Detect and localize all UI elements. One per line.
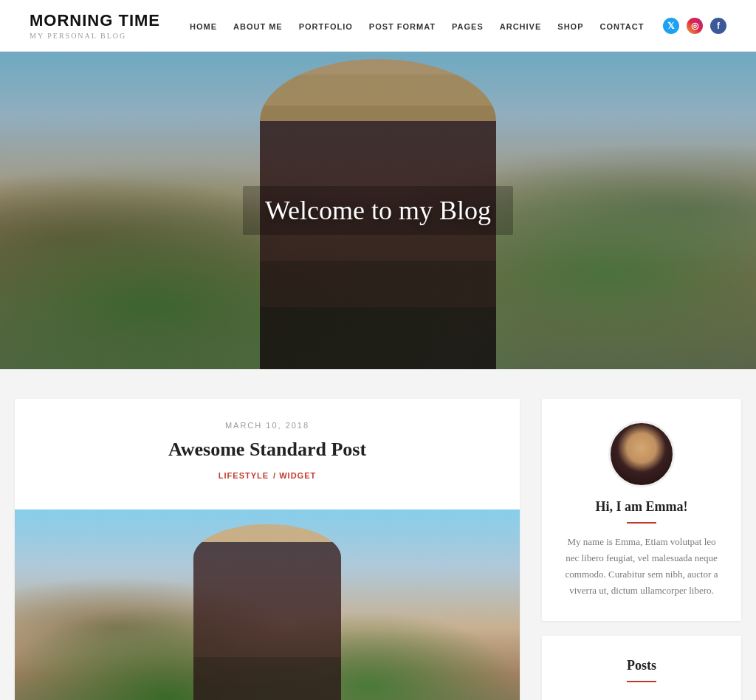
post-title[interactable]: Awesome Standard Post: [44, 439, 490, 461]
post-date: MARCH 10, 2018: [44, 421, 490, 430]
brand: MORNING TIME MY PERSONAL BLOG: [30, 11, 160, 40]
post-tags: LIFESTYLE/ WIDGET: [44, 471, 490, 480]
nav-links: HOMEABOUT MEPORTFOLIOPOST FORMATPAGESARC…: [190, 19, 644, 32]
hero-title: Welcome to my Blog: [243, 186, 513, 235]
nav-link-about-me[interactable]: ABOUT ME: [233, 22, 283, 31]
twitter-icon[interactable]: 𝕏: [663, 18, 679, 34]
main-nav: HOMEABOUT MEPORTFOLIOPOST FORMATPAGESARC…: [190, 19, 663, 32]
post-image[interactable]: [15, 509, 520, 700]
posts-widget: Posts: [542, 636, 741, 700]
nav-link-shop[interactable]: SHOP: [557, 22, 583, 31]
content-main: MARCH 10, 2018 Awesome Standard Post LIF…: [15, 399, 520, 700]
about-underline: [627, 522, 656, 524]
facebook-icon[interactable]: f: [710, 18, 726, 34]
post-tag[interactable]: / WIDGET: [273, 471, 316, 480]
nav-link-portfolio[interactable]: PORTFOLIO: [299, 22, 353, 31]
nav-link-pages[interactable]: PAGES: [452, 22, 484, 31]
sidebar: Hi, I am Emma! My name is Emma, Etiam vo…: [542, 399, 741, 700]
nav-link-home[interactable]: HOME: [190, 22, 217, 31]
about-widget: Hi, I am Emma! My name is Emma, Etiam vo…: [542, 399, 741, 621]
site-header: MORNING TIME MY PERSONAL BLOG HOMEABOUT …: [0, 0, 756, 52]
instagram-icon[interactable]: ◎: [687, 18, 703, 34]
hero-text: Welcome to my Blog: [243, 186, 513, 235]
social-icons: 𝕏◎f: [663, 18, 726, 34]
hero-section: Welcome to my Blog: [0, 52, 756, 369]
posts-widget-underline: [627, 681, 656, 682]
about-name: Hi, I am Emma!: [560, 499, 723, 515]
nav-link-archive[interactable]: ARCHIVE: [500, 22, 542, 31]
main-content: MARCH 10, 2018 Awesome Standard Post LIF…: [0, 369, 756, 700]
about-avatar: [608, 421, 675, 487]
brand-subtitle: MY PERSONAL BLOG: [30, 32, 160, 40]
brand-title: MORNING TIME: [30, 11, 160, 30]
post-tag[interactable]: LIFESTYLE: [219, 471, 269, 480]
posts-widget-title: Posts: [560, 658, 723, 673]
nav-link-post-format[interactable]: POST FORMAT: [369, 22, 436, 31]
post-card: MARCH 10, 2018 Awesome Standard Post LIF…: [15, 399, 520, 700]
about-bio: My name is Emma, Etiam volutpat leo nec …: [560, 534, 723, 599]
nav-link-contact[interactable]: CONTACT: [599, 22, 644, 31]
post-card-header: MARCH 10, 2018 Awesome Standard Post LIF…: [15, 399, 520, 509]
